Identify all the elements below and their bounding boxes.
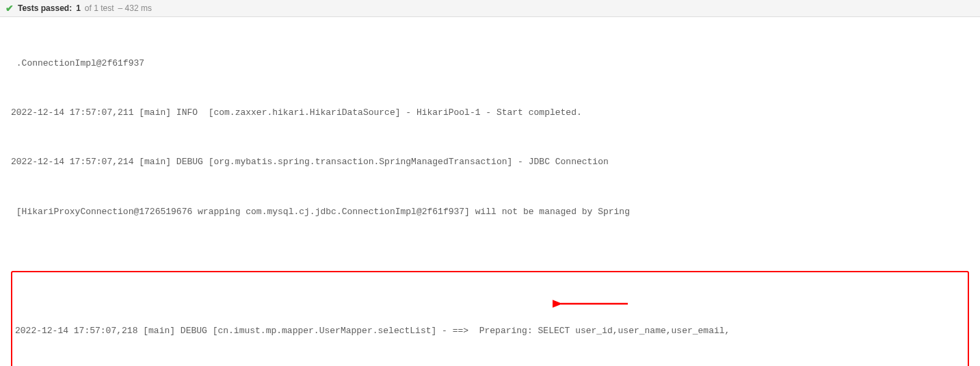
test-status-header: ✔ Tests passed: 1 of 1 test – 432 ms (0, 0, 980, 17)
arrow-icon (553, 297, 635, 311)
tests-total-text: of 1 test (85, 3, 114, 13)
log-line: [HikariProxyConnection@1726519676 wrappi… (11, 204, 969, 220)
tests-passed-count: 1 (76, 3, 81, 13)
log-line: 2022-12-14 17:57:07,218 [main] DEBUG [cn… (15, 323, 965, 339)
tests-passed-label: Tests passed: (18, 3, 72, 13)
tests-duration: – 432 ms (118, 3, 152, 13)
log-line: 2022-12-14 17:57:07,214 [main] DEBUG [or… (11, 154, 969, 170)
sql-highlight-box: 2022-12-14 17:57:07,218 [main] DEBUG [cn… (11, 271, 969, 366)
log-line: 2022-12-14 17:57:07,211 [main] INFO [com… (11, 105, 969, 121)
checkmark-icon: ✔ (5, 3, 14, 14)
log-line: .ConnectionImpl@2f61f937 (11, 55, 969, 72)
console-output[interactable]: .ConnectionImpl@2f61f937 2022-12-14 17:5… (0, 17, 980, 366)
